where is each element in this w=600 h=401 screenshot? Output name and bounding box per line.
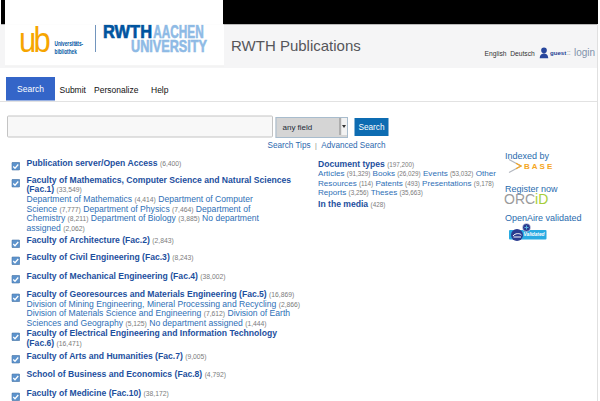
svg-text:UNIVERSITY: UNIVERSITY [131,37,207,55]
